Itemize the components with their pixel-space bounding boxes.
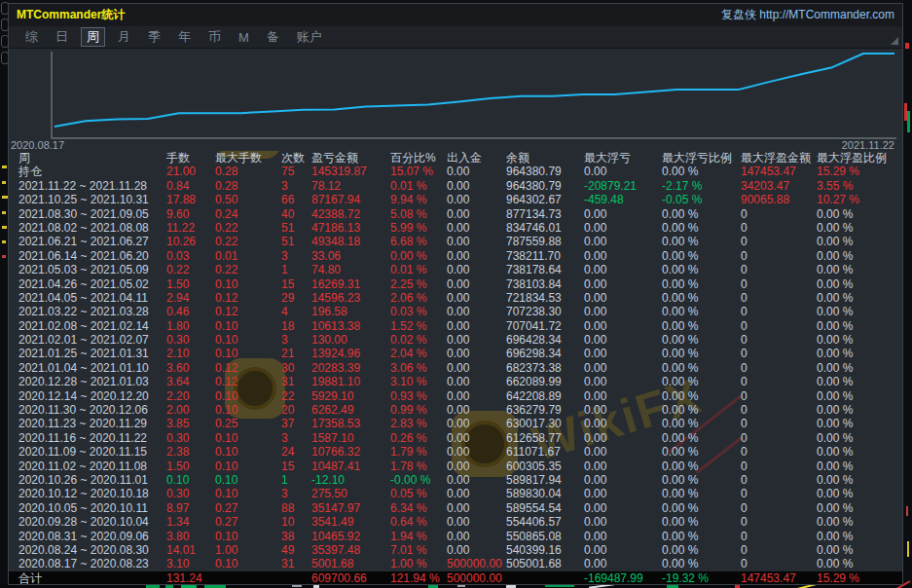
cell-11: 0.00 % bbox=[817, 263, 902, 276]
table-row[interactable]: 2020.11.23 ~ 2020.11.293.850.253717358.5… bbox=[9, 417, 902, 430]
table-row[interactable]: 2021.02.08 ~ 2021.02.141.800.101810613.3… bbox=[9, 319, 902, 333]
cell-4: 5929.10 bbox=[311, 389, 390, 403]
cell-5: 0.99 % bbox=[390, 403, 447, 417]
background-candle-fragment bbox=[907, 111, 910, 132]
menu-item-m[interactable]: M bbox=[230, 29, 258, 46]
cell-0: 2021.11.22 ~ 2021.11.28 bbox=[9, 179, 166, 193]
table-row[interactable]: 2020.10.05 ~ 2020.10.118.970.278835147.9… bbox=[9, 501, 902, 515]
cell-10: 0 bbox=[741, 221, 817, 235]
menu-item-bei[interactable]: 备 bbox=[258, 27, 288, 47]
table-row[interactable]: 2021.04.26 ~ 2021.05.021.500.101516269.3… bbox=[9, 277, 902, 291]
menu-item-zhou[interactable]: 周 bbox=[81, 27, 105, 47]
cell-9: 0.00 % bbox=[662, 221, 741, 235]
table-row[interactable]: 2020.08.17 ~ 2020.08.233.100.10315001.68… bbox=[9, 557, 902, 570]
cell-0: 2020.09.28 ~ 2020.10.04 bbox=[9, 515, 166, 529]
table-row[interactable]: 2020.12.28 ~ 2021.01.033.640.123119881.1… bbox=[9, 375, 902, 388]
table-row[interactable]: 2021.11.22 ~ 2021.11.280.840.28378.120.0… bbox=[9, 179, 902, 193]
cell-8: 0.00 bbox=[584, 473, 662, 487]
table-row[interactable]: 2021.06.14 ~ 2021.06.200.030.01333.060.0… bbox=[9, 249, 902, 263]
table-row[interactable]: 2021.03.22 ~ 2021.03.280.460.124196.580.… bbox=[9, 305, 902, 318]
cell-9: 0.00 % bbox=[662, 501, 741, 515]
table-row[interactable]: 2021.05.03 ~ 2021.05.090.220.22174.800.0… bbox=[9, 263, 902, 276]
cell-2: 0.10 bbox=[215, 530, 281, 543]
cell-3: 3 bbox=[281, 179, 311, 193]
table-row[interactable]: 2020.08.31 ~ 2020.09.063.800.103810465.9… bbox=[9, 530, 902, 543]
cell-5: 15.07 % bbox=[390, 165, 447, 178]
table-row[interactable]: 2021.02.01 ~ 2021.02.070.300.103130.000.… bbox=[9, 333, 902, 347]
cell-7: 505001.68 bbox=[506, 557, 584, 570]
cell-0: 2021.10.25 ~ 2021.10.31 bbox=[9, 193, 166, 206]
menu-item-ji[interactable]: 季 bbox=[139, 27, 169, 47]
cell-7: 738178.64 bbox=[506, 263, 584, 276]
background-chart-fragment bbox=[2, 165, 7, 168]
cell-9: 0.00 % bbox=[662, 361, 741, 375]
cell-5: 0.05 % bbox=[390, 487, 447, 500]
cell-0: 2021.02.08 ~ 2021.02.14 bbox=[9, 319, 166, 333]
cell-8: 0.00 bbox=[584, 333, 662, 347]
menu-item-zhanghu[interactable]: 账户 bbox=[288, 27, 331, 47]
menu-item-yue[interactable]: 月 bbox=[109, 27, 139, 47]
cell-10: 0 bbox=[741, 473, 817, 487]
cell-0: 2020.08.31 ~ 2020.09.06 bbox=[9, 530, 166, 543]
cell-9: 0.00 % bbox=[662, 249, 741, 263]
table-row[interactable]: 2020.08.24 ~ 2020.08.3014.011.004935397.… bbox=[9, 543, 902, 557]
cell-8: -169487.99 bbox=[584, 571, 662, 585]
cell-5: 0.64 % bbox=[390, 515, 447, 529]
cell-2 bbox=[215, 571, 281, 585]
table-row[interactable]: 2020.09.28 ~ 2020.10.041.340.27103541.49… bbox=[9, 515, 902, 529]
table-row[interactable]: 2020.11.02 ~ 2020.11.081.500.101510487.4… bbox=[9, 459, 902, 473]
menu-item-nian[interactable]: 年 bbox=[169, 27, 200, 47]
cell-3: 75 bbox=[281, 165, 311, 178]
table-row[interactable]: 2020.11.30 ~ 2020.12.062.000.10206262.49… bbox=[9, 403, 902, 417]
menu-item-bi[interactable]: 币 bbox=[200, 27, 230, 47]
cell-5: 3.10 % bbox=[390, 375, 447, 388]
background-chart-fragment bbox=[906, 506, 908, 516]
cell-6: 出入金 bbox=[447, 151, 506, 165]
table-row[interactable]: 2021.01.25 ~ 2021.01.312.100.102113924.9… bbox=[9, 347, 902, 360]
title-bar[interactable]: MTCommander统计 复盘侠 http://MTCommander.com bbox=[9, 4, 902, 26]
cell-9: 0.00 % bbox=[662, 403, 741, 417]
table-row[interactable]: 2020.11.16 ~ 2020.11.220.300.1031587.100… bbox=[9, 431, 902, 445]
cell-11: 0.00 % bbox=[817, 417, 902, 430]
cell-0: 2021.01.04 ~ 2021.01.10 bbox=[9, 361, 166, 375]
cell-10: 0 bbox=[741, 347, 817, 360]
cell-4: 10766.32 bbox=[311, 445, 390, 459]
resize-grip-icon[interactable] bbox=[891, 37, 898, 45]
background-chart-fragment bbox=[907, 541, 909, 557]
cell-7: 589554.54 bbox=[506, 501, 584, 515]
menu-bar: 综日周月季年币M备账户 bbox=[9, 26, 902, 49]
table-row[interactable]: 2020.10.26 ~ 2020.11.010.100.101-12.10-0… bbox=[9, 473, 902, 487]
weekly-stats-table: 周手数最大手数次数盈亏金额百分比%出入金余额最大浮亏最大浮亏比例最大浮盈金额最大… bbox=[9, 151, 902, 585]
cell-5: 5.99 % bbox=[390, 221, 447, 235]
cell-10: 0 bbox=[741, 543, 817, 557]
cell-8: 0.00 bbox=[584, 235, 662, 248]
table-row[interactable]: 2021.06.21 ~ 2021.06.2710.260.225149348.… bbox=[9, 235, 902, 248]
cell-7: 721834.53 bbox=[506, 291, 584, 305]
cell-5: 1.00 % bbox=[390, 557, 447, 570]
cell-6: 0.00 bbox=[447, 235, 506, 248]
background-chart-fragment bbox=[292, 585, 302, 587]
table-row[interactable]: 2020.10.12 ~ 2020.10.180.300.103275.500.… bbox=[9, 487, 902, 500]
cell-11: 0.00 % bbox=[817, 207, 902, 221]
table-row[interactable]: 2020.12.14 ~ 2020.12.202.200.10225929.10… bbox=[9, 389, 902, 403]
background-chart-fragment bbox=[2, 226, 7, 229]
cell-6: 0.00 bbox=[447, 543, 506, 557]
table-row[interactable]: 2021.10.25 ~ 2021.10.3117.880.506687167.… bbox=[9, 193, 902, 206]
cell-10: 0 bbox=[741, 389, 817, 403]
cell-1: 0.30 bbox=[166, 333, 215, 347]
table-row[interactable]: 2021.04.05 ~ 2021.04.112.940.122914596.2… bbox=[9, 291, 902, 305]
menu-item-zong[interactable]: 综 bbox=[17, 27, 47, 47]
brand-link[interactable]: 复盘侠 http://MTCommander.com bbox=[721, 7, 894, 23]
cell-5: 3.06 % bbox=[390, 361, 447, 375]
table-row[interactable]: 持仓21.000.2875145319.8715.07 %0.00964380.… bbox=[9, 165, 902, 178]
table-row[interactable]: 2020.11.09 ~ 2020.11.152.380.102410766.3… bbox=[9, 445, 902, 459]
cell-1: 0.30 bbox=[166, 487, 215, 500]
table-row[interactable]: 2021.01.04 ~ 2021.01.103.600.123020283.3… bbox=[9, 361, 902, 375]
menu-item-ri[interactable]: 日 bbox=[47, 27, 77, 47]
table-row[interactable]: 2021.08.30 ~ 2021.09.059.600.244042388.7… bbox=[9, 207, 902, 221]
cell-5: 0.01 % bbox=[390, 179, 447, 193]
cell-2: 0.25 bbox=[215, 417, 281, 430]
cell-0: 2020.10.12 ~ 2020.10.18 bbox=[9, 487, 166, 500]
table-row[interactable]: 2021.08.02 ~ 2021.08.0811.220.225147186.… bbox=[9, 221, 902, 235]
cell-8: 0.00 bbox=[584, 291, 662, 305]
